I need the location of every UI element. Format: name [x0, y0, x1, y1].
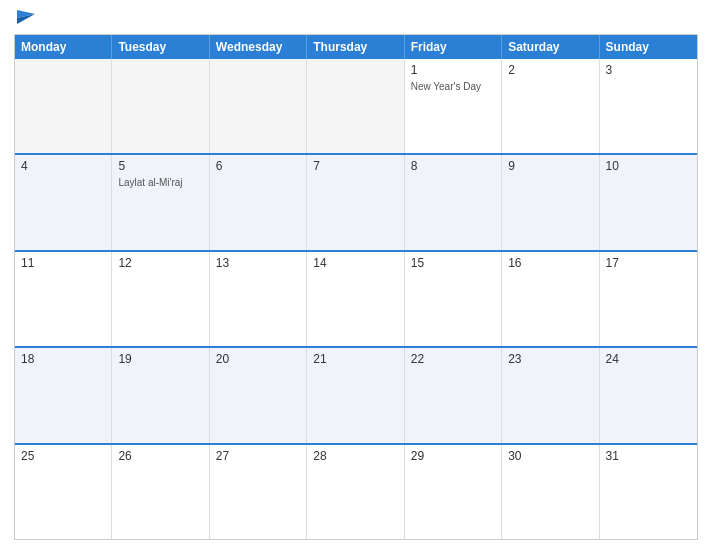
calendar-day-13: 13	[210, 252, 307, 346]
calendar-day-15: 15	[405, 252, 502, 346]
calendar-day-22: 22	[405, 348, 502, 442]
calendar-day-21: 21	[307, 348, 404, 442]
logo-flag-icon	[17, 10, 35, 28]
calendar-day-27: 27	[210, 445, 307, 539]
calendar-day-7: 7	[307, 155, 404, 249]
calendar-day-5: 5Laylat al-Mi'raj	[112, 155, 209, 249]
calendar-day-28: 28	[307, 445, 404, 539]
calendar-day-2: 2	[502, 59, 599, 153]
day-number: 15	[411, 256, 495, 270]
day-event: New Year's Day	[411, 81, 481, 92]
day-number: 8	[411, 159, 495, 173]
day-number: 14	[313, 256, 397, 270]
day-number: 12	[118, 256, 202, 270]
calendar-day-1: 1New Year's Day	[405, 59, 502, 153]
calendar-header-saturday: Saturday	[502, 35, 599, 59]
calendar-week-5: 25262728293031	[15, 443, 697, 539]
calendar: MondayTuesdayWednesdayThursdayFridaySatu…	[14, 34, 698, 540]
day-number: 10	[606, 159, 691, 173]
day-number: 18	[21, 352, 105, 366]
calendar-day-23: 23	[502, 348, 599, 442]
calendar-day-empty	[210, 59, 307, 153]
day-number: 3	[606, 63, 691, 77]
calendar-header-sunday: Sunday	[600, 35, 697, 59]
calendar-header-monday: Monday	[15, 35, 112, 59]
logo	[14, 10, 35, 28]
calendar-day-30: 30	[502, 445, 599, 539]
day-number: 27	[216, 449, 300, 463]
calendar-week-2: 45Laylat al-Mi'raj678910	[15, 153, 697, 249]
day-number: 20	[216, 352, 300, 366]
calendar-day-26: 26	[112, 445, 209, 539]
day-number: 26	[118, 449, 202, 463]
calendar-day-25: 25	[15, 445, 112, 539]
calendar-day-19: 19	[112, 348, 209, 442]
calendar-day-14: 14	[307, 252, 404, 346]
calendar-header-friday: Friday	[405, 35, 502, 59]
day-number: 5	[118, 159, 202, 173]
calendar-body: 1New Year's Day2345Laylat al-Mi'raj67891…	[15, 59, 697, 539]
calendar-day-31: 31	[600, 445, 697, 539]
day-number: 24	[606, 352, 691, 366]
day-number: 13	[216, 256, 300, 270]
calendar-day-29: 29	[405, 445, 502, 539]
calendar-day-3: 3	[600, 59, 697, 153]
day-number: 30	[508, 449, 592, 463]
calendar-day-empty	[112, 59, 209, 153]
day-event: Laylat al-Mi'raj	[118, 177, 182, 188]
calendar-header-thursday: Thursday	[307, 35, 404, 59]
day-number: 21	[313, 352, 397, 366]
calendar-day-17: 17	[600, 252, 697, 346]
calendar-week-1: 1New Year's Day23	[15, 59, 697, 153]
calendar-day-24: 24	[600, 348, 697, 442]
calendar-header-tuesday: Tuesday	[112, 35, 209, 59]
page: MondayTuesdayWednesdayThursdayFridaySatu…	[0, 0, 712, 550]
day-number: 1	[411, 63, 495, 77]
calendar-day-10: 10	[600, 155, 697, 249]
calendar-week-3: 11121314151617	[15, 250, 697, 346]
day-number: 6	[216, 159, 300, 173]
day-number: 29	[411, 449, 495, 463]
calendar-day-12: 12	[112, 252, 209, 346]
calendar-day-4: 4	[15, 155, 112, 249]
calendar-day-9: 9	[502, 155, 599, 249]
day-number: 16	[508, 256, 592, 270]
calendar-week-4: 18192021222324	[15, 346, 697, 442]
calendar-day-6: 6	[210, 155, 307, 249]
day-number: 19	[118, 352, 202, 366]
calendar-day-18: 18	[15, 348, 112, 442]
calendar-header-row: MondayTuesdayWednesdayThursdayFridaySatu…	[15, 35, 697, 59]
day-number: 25	[21, 449, 105, 463]
day-number: 11	[21, 256, 105, 270]
day-number: 31	[606, 449, 691, 463]
calendar-day-8: 8	[405, 155, 502, 249]
day-number: 7	[313, 159, 397, 173]
calendar-day-11: 11	[15, 252, 112, 346]
calendar-header-wednesday: Wednesday	[210, 35, 307, 59]
day-number: 17	[606, 256, 691, 270]
calendar-day-empty	[15, 59, 112, 153]
day-number: 28	[313, 449, 397, 463]
day-number: 23	[508, 352, 592, 366]
calendar-day-16: 16	[502, 252, 599, 346]
day-number: 2	[508, 63, 592, 77]
day-number: 4	[21, 159, 105, 173]
calendar-day-empty	[307, 59, 404, 153]
day-number: 22	[411, 352, 495, 366]
header	[14, 10, 698, 28]
day-number: 9	[508, 159, 592, 173]
calendar-day-20: 20	[210, 348, 307, 442]
